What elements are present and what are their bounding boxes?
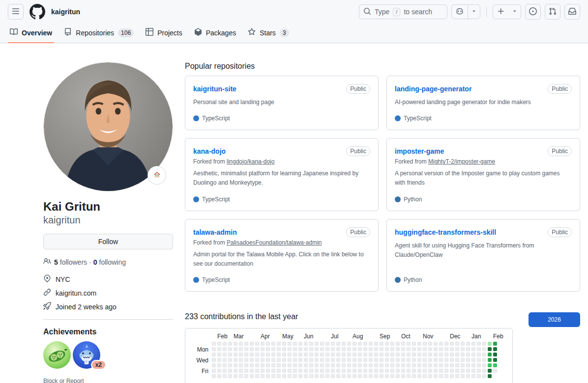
contribution-cell[interactable]: [482, 358, 486, 362]
contribution-cell[interactable]: [385, 347, 389, 351]
contribution-cell[interactable]: [380, 342, 383, 346]
contribution-cell[interactable]: [320, 358, 324, 362]
repo-name-link[interactable]: huggingface-transformers-skill: [395, 228, 496, 236]
contribution-cell[interactable]: [477, 358, 481, 362]
contribution-cell[interactable]: [461, 347, 465, 351]
contribution-cell[interactable]: [396, 374, 400, 378]
contribution-cell[interactable]: [434, 347, 438, 351]
contribution-cell[interactable]: [455, 358, 459, 362]
contribution-cell[interactable]: [412, 342, 416, 346]
contribution-cell[interactable]: [293, 374, 297, 378]
contribution-cell[interactable]: [234, 374, 237, 378]
contribution-cell[interactable]: [293, 342, 297, 346]
contribution-cell[interactable]: [385, 369, 389, 373]
contribution-cell[interactable]: [396, 347, 400, 351]
contribution-cell[interactable]: [331, 342, 335, 346]
contribution-cell[interactable]: [331, 363, 335, 367]
contribution-cell[interactable]: [234, 347, 237, 351]
contribution-cell[interactable]: [288, 363, 292, 367]
contribution-cell[interactable]: [288, 374, 292, 378]
create-new-button[interactable]: [493, 5, 509, 19]
contribution-cell[interactable]: [466, 353, 470, 356]
contribution-cell[interactable]: [380, 347, 383, 351]
contribution-cell[interactable]: [412, 358, 416, 362]
repo-name-link[interactable]: landing-page-generator: [395, 85, 471, 93]
contribution-cell[interactable]: [282, 374, 286, 378]
contribution-cell[interactable]: [390, 369, 394, 373]
contribution-cell[interactable]: [412, 363, 416, 367]
contribution-cell[interactable]: [293, 358, 297, 362]
contribution-cell[interactable]: [439, 374, 443, 378]
contribution-cell[interactable]: [450, 374, 454, 378]
contribution-cell[interactable]: [271, 347, 275, 351]
contribution-cell[interactable]: [455, 347, 459, 351]
contribution-cell[interactable]: [342, 353, 346, 356]
contribution-cell[interactable]: [407, 358, 411, 362]
contribution-cell[interactable]: [461, 358, 465, 362]
contribution-cell[interactable]: [239, 358, 243, 362]
notifications-inbox-button[interactable]: [564, 4, 580, 20]
contribution-cell[interactable]: [488, 347, 492, 351]
issues-button[interactable]: [525, 4, 541, 20]
contribution-cell[interactable]: [217, 374, 221, 378]
contribution-cell[interactable]: [363, 374, 367, 378]
achievement-pair-extraordinaire-badge[interactable]: [43, 341, 71, 369]
status-emoji-badge[interactable]: [147, 166, 166, 185]
contribution-cell[interactable]: [423, 363, 427, 367]
contribution-cell[interactable]: [439, 363, 443, 367]
contribution-cell[interactable]: [477, 374, 481, 378]
contribution-cell[interactable]: [482, 374, 486, 378]
repo-fork-link[interactable]: MightyT-2/imposter-game: [428, 158, 495, 165]
contribution-cell[interactable]: [428, 347, 432, 351]
contribution-cell[interactable]: [347, 347, 351, 351]
contribution-cell[interactable]: [423, 353, 427, 356]
contribution-cell[interactable]: [461, 374, 465, 378]
contribution-cell[interactable]: [363, 363, 367, 367]
contribution-cell[interactable]: [482, 353, 486, 356]
contribution-cell[interactable]: [266, 369, 270, 373]
contribution-cell[interactable]: [396, 358, 400, 362]
contribution-cell[interactable]: [434, 374, 438, 378]
contribution-cell[interactable]: [358, 369, 362, 373]
contribution-cell[interactable]: [353, 374, 356, 378]
contribution-cell[interactable]: [428, 353, 432, 356]
contribution-cell[interactable]: [266, 353, 270, 356]
contribution-cell[interactable]: [434, 358, 438, 362]
contribution-cell[interactable]: [336, 353, 340, 356]
contribution-cell[interactable]: [374, 342, 378, 346]
contribution-cell[interactable]: [412, 353, 416, 356]
contribution-cell[interactable]: [374, 353, 378, 356]
contribution-cell[interactable]: [261, 347, 265, 351]
contribution-cell[interactable]: [363, 353, 367, 356]
contribution-cell[interactable]: [217, 363, 221, 367]
contribution-cell[interactable]: [471, 358, 475, 362]
contribution-cell[interactable]: [331, 374, 335, 378]
contribution-cell[interactable]: [331, 369, 335, 373]
pull-requests-button[interactable]: [545, 4, 560, 20]
contribution-cell[interactable]: [434, 369, 438, 373]
contribution-cell[interactable]: [282, 347, 286, 351]
achievement-pull-shark-badge[interactable]: x2: [73, 341, 100, 369]
contribution-cell[interactable]: [228, 347, 232, 351]
search-input[interactable]: Type / to search: [359, 4, 447, 19]
contribution-cell[interactable]: [455, 342, 459, 346]
contribution-cell[interactable]: [298, 369, 302, 373]
contribution-cell[interactable]: [325, 358, 329, 362]
contribution-cell[interactable]: [288, 342, 292, 346]
contribution-cell[interactable]: [250, 353, 254, 356]
copilot-dropdown-button[interactable]: [468, 5, 480, 19]
contribution-cell[interactable]: [217, 369, 221, 373]
contribution-cell[interactable]: [423, 374, 427, 378]
contribution-cell[interactable]: [315, 347, 319, 351]
website-link[interactable]: kaigritun.com: [56, 289, 96, 297]
contribution-cell[interactable]: [493, 369, 497, 373]
contribution-cell[interactable]: [353, 342, 356, 346]
contribution-cell[interactable]: [444, 342, 448, 346]
contribution-cell[interactable]: [412, 347, 416, 351]
contribution-cell[interactable]: [244, 342, 248, 346]
contribution-cell[interactable]: [277, 374, 281, 378]
contribution-cell[interactable]: [212, 374, 216, 378]
contribution-cell[interactable]: [212, 347, 216, 351]
contribution-cell[interactable]: [401, 347, 405, 351]
contribution-cell[interactable]: [271, 358, 275, 362]
